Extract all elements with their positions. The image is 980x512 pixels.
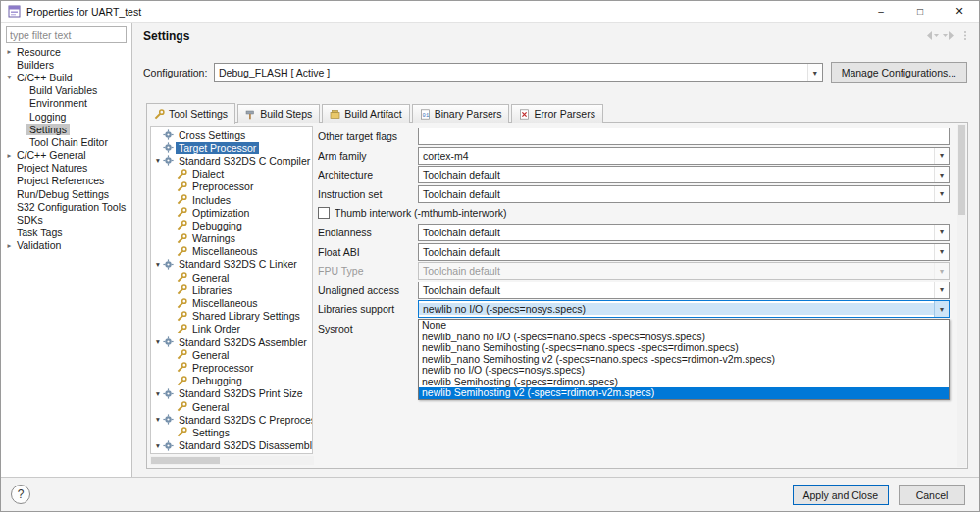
tool-tree-item-general[interactable]: General xyxy=(151,271,312,283)
chevron-down-icon: ▾ xyxy=(807,64,822,81)
tool-tree-item-miscellaneous[interactable]: Miscellaneous xyxy=(151,245,312,258)
collapse-icon[interactable]: ▾ xyxy=(153,389,163,398)
minimize-button[interactable]: – xyxy=(861,1,901,22)
cancel-button[interactable]: Cancel xyxy=(899,485,965,505)
sidebar-item-c-c-general[interactable]: ▸C/C++ General xyxy=(1,149,131,162)
wrench-icon xyxy=(177,284,189,295)
input-other-target-flags[interactable] xyxy=(418,128,950,145)
tool-tree-item-general[interactable]: General xyxy=(151,400,312,413)
back-icon[interactable] xyxy=(924,30,940,41)
combo-endianness[interactable]: Toolchain default▾ xyxy=(418,224,950,241)
tool-tree-item-standard-s32ds-assembler[interactable]: ▾Standard S32DS Assembler xyxy=(151,335,312,348)
collapse-icon[interactable]: ▾ xyxy=(5,73,14,81)
combo-arm-family[interactable]: cortex-m4▾ xyxy=(418,147,950,165)
tool-tree-item-general[interactable]: General xyxy=(151,348,312,361)
sidebar-item-s32-configuration-tools[interactable]: S32 Configuration Tools xyxy=(1,200,131,213)
combo-architecture[interactable]: Toolchain default▾ xyxy=(418,166,950,183)
dropdown-option[interactable]: newlib_nano Semihosting v2 (-specs=nano.… xyxy=(419,354,949,366)
tab-error-parsers[interactable]: Error Parsers xyxy=(511,104,602,123)
tool-tree-item-standard-s32ds-c-linker[interactable]: ▾Standard S32DS C Linker xyxy=(151,258,312,271)
collapse-icon[interactable]: ▾ xyxy=(153,441,163,450)
wrench-icon xyxy=(177,181,189,192)
dropdown-option[interactable]: newlib_nano no I/O (-specs=nano.specs -s… xyxy=(419,332,949,343)
tool-tree-item-target-processor[interactable]: Target Processor xyxy=(151,141,312,154)
manage-configurations-button[interactable]: Manage Configurations... xyxy=(831,62,967,83)
sidebar-item-logging[interactable]: Logging xyxy=(1,110,131,123)
scrollbar-thumb[interactable] xyxy=(151,457,220,464)
sidebar-item-sdks[interactable]: SDKs xyxy=(1,213,131,226)
tool-tree-item-label: Dialect xyxy=(189,168,227,179)
dropdown-option[interactable]: newlib Semihosting v2 (-specs=rdimon-v2m… xyxy=(419,387,949,399)
forward-icon[interactable] xyxy=(943,30,958,41)
sidebar-item-builders[interactable]: Builders xyxy=(1,58,131,71)
sidebar-item-resource[interactable]: ▸Resource xyxy=(1,45,131,58)
filter-input[interactable] xyxy=(6,26,127,43)
expand-icon[interactable]: ▸ xyxy=(5,151,14,160)
tool-tree-item-libraries[interactable]: Libraries xyxy=(151,283,312,296)
tool-tree-item-includes[interactable]: Includes xyxy=(151,193,312,206)
tool-tree-item-standard-s32ds-disassembler[interactable]: ▾Standard S32DS Disassembler xyxy=(151,439,312,452)
tool-tree-item-dialect[interactable]: Dialect xyxy=(151,168,312,180)
combo-libraries-support[interactable]: newlib no I/O (-specs=nosys.specs)▾ xyxy=(418,300,950,318)
collapse-icon[interactable]: ▾ xyxy=(153,156,163,165)
page-vertical-scrollbar[interactable] xyxy=(957,124,966,467)
tool-tree-item-standard-s32ds-c-preprocessor[interactable]: ▾Standard S32DS C Preprocessor xyxy=(151,413,312,426)
sidebar-item-task-tags[interactable]: Task Tags xyxy=(1,227,131,239)
configuration-combo[interactable]: Debug_FLASH [ Active ] ▾ xyxy=(214,63,823,82)
expand-icon[interactable]: ▸ xyxy=(5,47,14,56)
dropdown-option[interactable]: newlib no I/O (-specs=nosys.specs) xyxy=(419,365,949,377)
combo-fpu-type[interactable]: Toolchain default▾ xyxy=(418,262,950,280)
help-button[interactable]: ? xyxy=(11,485,30,504)
tool-tree-item-miscellaneous[interactable]: Miscellaneous xyxy=(151,296,312,309)
combo-instruction-set[interactable]: Toolchain default▾ xyxy=(418,185,950,203)
dropdown-option[interactable]: newlib_nano Semihosting (-specs=nano.spe… xyxy=(419,342,949,354)
tool-tree-item-debugging[interactable]: Debugging xyxy=(151,219,312,231)
sidebar-item-settings[interactable]: Settings xyxy=(1,123,131,135)
tool-tree-item-debugging[interactable]: Debugging xyxy=(151,375,312,387)
tool-tree-item-link-order[interactable]: Link Order xyxy=(151,323,312,335)
sidebar-item-build-variables[interactable]: Build Variables xyxy=(1,84,131,97)
sidebar-item-project-natures[interactable]: Project Natures xyxy=(1,162,131,175)
tab-build-steps[interactable]: Build Steps xyxy=(237,104,320,123)
tool-tree-item-warnings[interactable]: Warnings xyxy=(151,232,312,245)
tool-tree-item-standard-s32ds-print-size[interactable]: ▾Standard S32DS Print Size xyxy=(151,387,312,400)
expand-icon[interactable]: ▸ xyxy=(5,241,14,250)
tool-tree-item-label: Standard S32DS C Preprocessor xyxy=(176,414,313,426)
tool-tree-item-standard-s32ds-c-compiler[interactable]: ▾Standard S32DS C Compiler xyxy=(151,154,312,167)
maximize-button[interactable]: □ xyxy=(901,1,940,22)
combo-unaligned-access[interactable]: Toolchain default▾ xyxy=(418,282,950,299)
sidebar-item-c-c-build[interactable]: ▾C/C++ Build xyxy=(1,71,131,83)
error-icon xyxy=(519,109,530,120)
sidebar-item-environment[interactable]: Environment xyxy=(1,97,131,110)
tab-tool-settings[interactable]: Tool Settings xyxy=(146,103,235,124)
sidebar-item-run-debug-settings[interactable]: Run/Debug Settings xyxy=(1,187,131,200)
collapse-icon[interactable]: ▾ xyxy=(153,415,163,424)
tool-tree-item-preprocessor[interactable]: Preprocessor xyxy=(151,361,312,374)
close-button[interactable]: ✕ xyxy=(940,1,979,22)
apply-and-close-button[interactable]: Apply and Close xyxy=(793,485,889,505)
tool-tree-item-shared-library-settings[interactable]: Shared Library Settings xyxy=(151,310,312,323)
view-menu-icon[interactable] xyxy=(961,30,969,41)
sidebar-item-validation[interactable]: ▸Validation xyxy=(1,239,131,252)
tool-tree-item-optimization[interactable]: Optimization xyxy=(151,206,312,219)
tab-build-artifact[interactable]: Build Artifact xyxy=(322,104,409,123)
sidebar-item-project-references[interactable]: Project References xyxy=(1,175,131,187)
tree-horizontal-scrollbar[interactable] xyxy=(150,456,314,465)
tab-binary-parsers[interactable]: 01Binary Parsers xyxy=(412,104,510,123)
sidebar-item-tool-chain-editor[interactable]: Tool Chain Editor xyxy=(1,135,131,148)
tool-tree-item-settings[interactable]: Settings xyxy=(151,452,312,454)
dropdown-option[interactable]: None xyxy=(419,320,949,332)
tool-tree-item-settings[interactable]: Settings xyxy=(151,426,312,438)
tool-tree-item-cross-settings[interactable]: Cross Settings xyxy=(151,128,312,141)
combo-value: cortex-m4 xyxy=(419,150,934,162)
titlebar[interactable]: Properties for UART_test – □ ✕ xyxy=(1,1,979,23)
collapse-icon[interactable]: ▾ xyxy=(153,260,163,269)
collapse-icon[interactable]: ▾ xyxy=(153,337,163,346)
combo-float-abi[interactable]: Toolchain default▾ xyxy=(418,243,950,261)
checkbox-thumb-interwork-mthumb-interwork[interactable] xyxy=(318,207,330,219)
dropdown-option[interactable]: newlib Semihosting (-specs=rdimon.specs) xyxy=(419,377,949,388)
wrench-icon xyxy=(177,246,189,257)
tool-tree-item-preprocessor[interactable]: Preprocessor xyxy=(151,180,312,193)
scrollbar-thumb[interactable] xyxy=(958,125,965,215)
wrench-icon xyxy=(154,109,165,120)
